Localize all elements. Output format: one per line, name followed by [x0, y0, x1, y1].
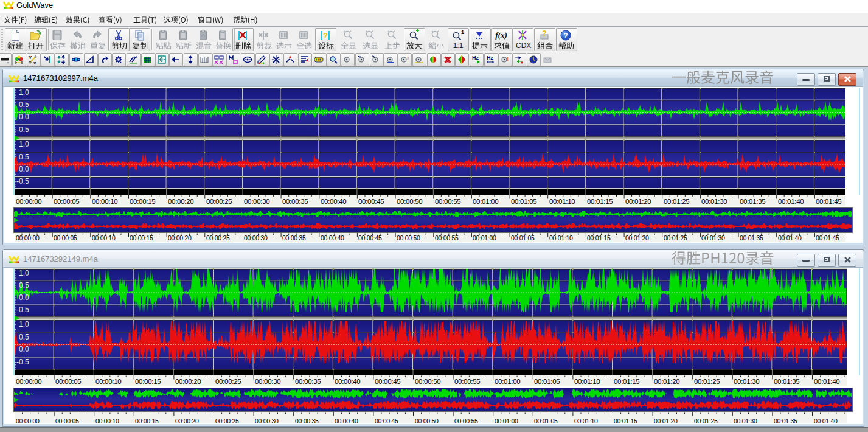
- svg-text:?: ?: [323, 31, 328, 40]
- svg-text:Y: Y: [29, 55, 32, 60]
- svg-text:f(x): f(x): [495, 30, 507, 40]
- svg-text:!: !: [507, 56, 509, 62]
- svg-text:?: ?: [563, 32, 568, 40]
- svg-text:!: !: [407, 55, 409, 61]
- svg-text:Hz: Hz: [487, 55, 493, 61]
- svg-text:Hz: Hz: [472, 55, 479, 61]
- svg-text:x: x: [33, 60, 36, 65]
- svg-text:1: 1: [461, 29, 464, 35]
- svg-text:?: ?: [542, 29, 546, 38]
